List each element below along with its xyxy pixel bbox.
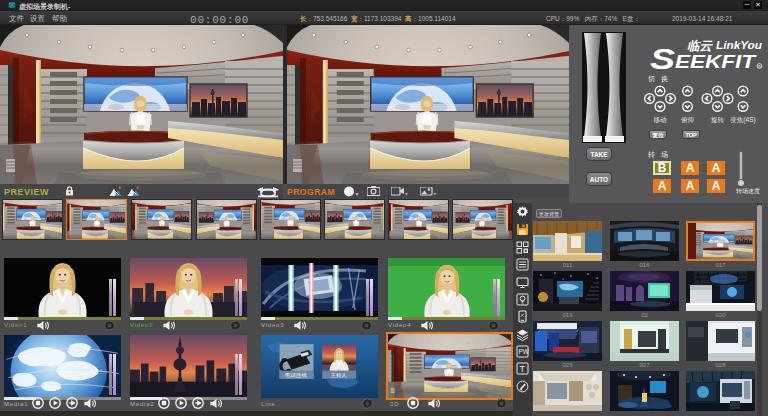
svg-text:T: T — [520, 364, 526, 374]
svg-text:移动: 移动 — [654, 116, 667, 124]
svg-text:PW: PW — [518, 348, 529, 355]
svg-text:旋转: 旋转 — [711, 116, 725, 124]
svg-text:俯仰: 俯仰 — [681, 116, 694, 124]
svg-text:变焦(4S): 变焦(4S) — [730, 116, 755, 124]
svg-text:转场速度: 转场速度 — [736, 187, 760, 195]
